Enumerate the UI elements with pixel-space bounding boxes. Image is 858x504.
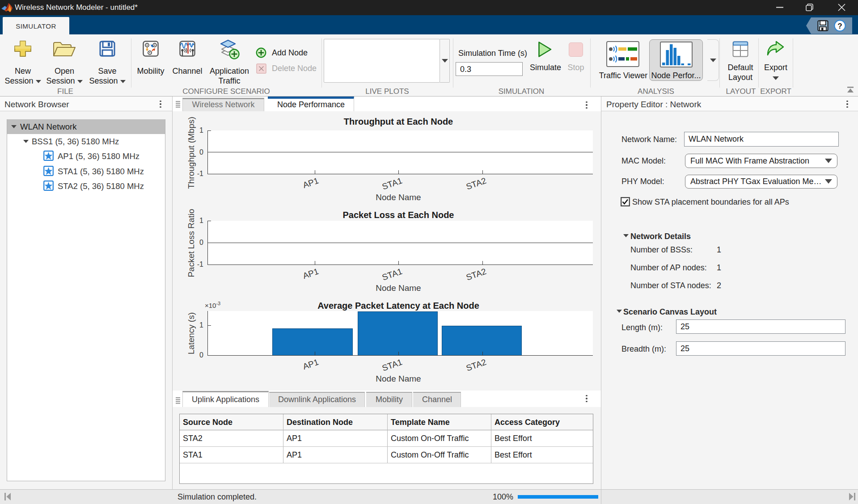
svg-text:?: ? bbox=[837, 22, 842, 30]
